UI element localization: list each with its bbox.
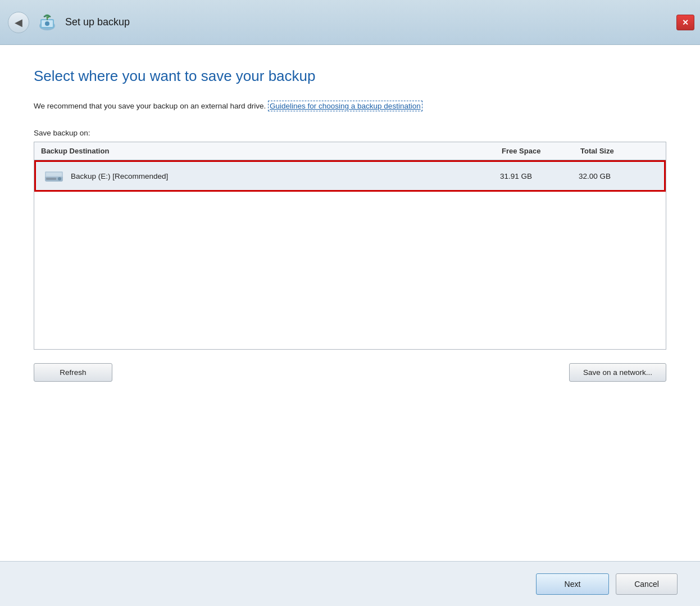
svg-rect-6 — [46, 173, 62, 176]
column-header-destination: Backup Destination — [41, 147, 502, 155]
page-heading: Select where you want to save your backu… — [34, 67, 666, 85]
backup-icon-svg — [37, 13, 57, 31]
svg-point-3 — [45, 21, 49, 26]
save-backup-on-label: Save backup on: — [34, 129, 666, 137]
table-row[interactable]: Backup (E:) [Recommended] 31.91 GB 32.00… — [34, 160, 666, 192]
table-header-row: Backup Destination Free Space Total Size — [34, 142, 666, 160]
title-bar-left: ◀ Set up backup — [8, 12, 130, 33]
svg-point-7 — [58, 177, 61, 180]
description-prefix: We recommend that you save your backup o… — [34, 102, 268, 110]
refresh-button[interactable]: Refresh — [34, 363, 112, 382]
cancel-button[interactable]: Cancel — [616, 573, 678, 595]
empty-table-area — [34, 192, 666, 349]
description-text: We recommend that you save your backup o… — [34, 101, 666, 112]
hard-drive-icon-svg — [44, 168, 64, 184]
guidelines-link[interactable]: Guidelines for choosing a backup destina… — [268, 101, 422, 111]
row-free-space: 31.91 GB — [500, 172, 579, 180]
main-content: Select where you want to save your backu… — [0, 45, 700, 561]
title-bar: ◀ Set up backup ✕ — [0, 0, 700, 45]
action-buttons: Refresh Save on a network... — [34, 363, 666, 382]
close-button[interactable]: ✕ — [676, 15, 694, 30]
window: ◀ Set up backup ✕ — [0, 0, 700, 606]
close-icon: ✕ — [682, 18, 689, 27]
title-bar-title: Set up backup — [65, 16, 130, 28]
row-destination: Backup (E:) [Recommended] — [71, 172, 500, 180]
column-header-total-size: Total Size — [580, 147, 659, 155]
back-arrow-icon: ◀ — [15, 16, 22, 29]
footer: Next Cancel — [0, 561, 700, 606]
next-button[interactable]: Next — [536, 573, 609, 595]
save-on-network-button[interactable]: Save on a network... — [569, 363, 666, 382]
drive-icon — [43, 168, 65, 184]
svg-rect-8 — [46, 178, 56, 180]
backup-destinations-table: Backup Destination Free Space Total Size — [34, 142, 666, 350]
column-header-free-space: Free Space — [502, 147, 580, 155]
back-button[interactable]: ◀ — [8, 12, 29, 33]
backup-wizard-icon — [36, 12, 58, 33]
row-total-size: 32.00 GB — [579, 172, 657, 180]
